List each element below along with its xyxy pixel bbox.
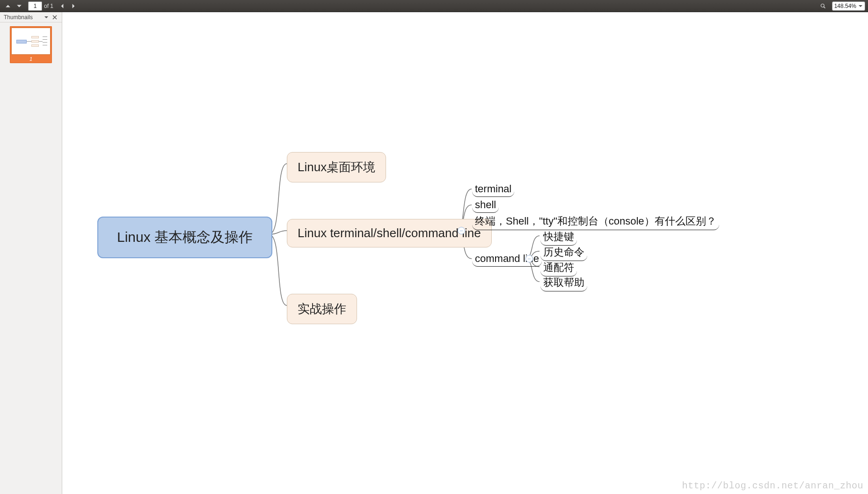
prev-page-button[interactable]: [57, 1, 67, 11]
document-canvas[interactable]: Linux 基本概念及操作 Linux桌面环境 Linux terminal/s…: [62, 12, 868, 494]
toolbar: of 1 148.54%: [0, 0, 868, 12]
zoom-dropdown[interactable]: 148.54%: [832, 1, 865, 11]
mindmap-leaf-shortcut[interactable]: 快捷键: [540, 228, 577, 246]
leaf-label: terminal: [475, 183, 511, 195]
svg-line-1: [824, 7, 825, 8]
leaf-label: shell: [475, 199, 496, 211]
mindmap-root-label: Linux 基本概念及操作: [117, 228, 253, 247]
mindmap-child-1-label: Linux桌面环境: [298, 159, 375, 175]
mindmap-root[interactable]: Linux 基本概念及操作: [97, 217, 272, 258]
next-page-button[interactable]: [68, 1, 79, 11]
thumbnails-close-button[interactable]: [51, 14, 58, 21]
thumbnail-list: 1: [0, 22, 62, 67]
page-total-label: of 1: [44, 3, 53, 9]
zoom-value: 148.54%: [834, 3, 856, 9]
thumbnails-header-label: Thumbnails: [4, 14, 41, 21]
mindmap-child-2-label: Linux terminal/shell/command line: [298, 226, 481, 240]
leaf-label: 通配符: [543, 261, 574, 275]
thumbnails-sidebar: Thumbnails 1: [0, 12, 62, 494]
content-area: Thumbnails 1: [0, 12, 868, 494]
page-down-button[interactable]: [14, 1, 24, 11]
mindmap-leaf-help[interactable]: 获取帮助: [540, 274, 587, 291]
mindmap-leaf-diff-question[interactable]: 终端，Shell，"tty"和控制台（console）有什么区别？: [472, 213, 719, 230]
leaf-label: 终端，Shell，"tty"和控制台（console）有什么区别？: [475, 214, 716, 228]
leaf-label: 历史命令: [543, 245, 584, 259]
mindmap-child-3[interactable]: 实战操作: [287, 294, 357, 324]
mindmap-leaf-terminal[interactable]: terminal: [472, 182, 514, 197]
leaf-label: 获取帮助: [543, 276, 584, 290]
leaf-label: 快捷键: [543, 230, 574, 244]
search-button[interactable]: [818, 1, 828, 11]
toolbar-left: of 1: [3, 1, 80, 11]
mindmap-leaf-shell[interactable]: shell: [472, 197, 499, 213]
collapse-toggle-child-2[interactable]: −: [458, 227, 465, 234]
svg-point-0: [821, 4, 824, 7]
mindmap-child-3-label: 实战操作: [298, 301, 346, 317]
mindmap: Linux 基本概念及操作 Linux桌面环境 Linux terminal/s…: [62, 12, 868, 494]
thumbnail-number: 1: [29, 56, 32, 62]
thumbnails-header: Thumbnails: [0, 12, 62, 22]
page-number-input[interactable]: [28, 1, 42, 11]
thumbnail-preview: [11, 28, 51, 55]
collapse-toggle-commandline[interactable]: −: [525, 255, 533, 262]
mindmap-child-1[interactable]: Linux桌面环境: [287, 152, 386, 182]
page-up-button[interactable]: [3, 1, 13, 11]
mindmap-leaf-history[interactable]: 历史命令: [540, 244, 587, 261]
thumbnail-item[interactable]: 1: [10, 26, 52, 63]
watermark: http://blog.csdn.net/anran_zhou: [682, 480, 863, 491]
thumbnails-menu-dropdown[interactable]: [43, 14, 50, 21]
